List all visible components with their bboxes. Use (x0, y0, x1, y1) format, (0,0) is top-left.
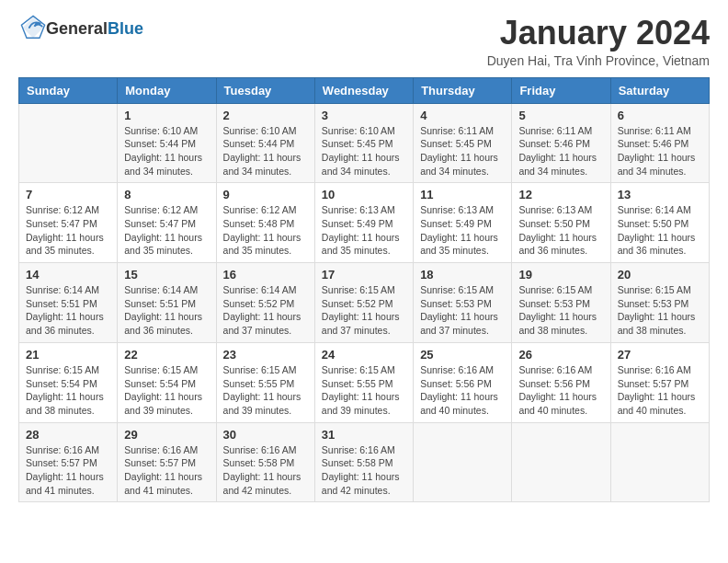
day-number: 9 (223, 188, 308, 201)
calendar-cell: 5Sunrise: 6:11 AM Sunset: 5:46 PM Daylig… (512, 103, 610, 183)
calendar-cell: 11Sunrise: 6:13 AM Sunset: 5:49 PM Dayli… (414, 183, 512, 263)
day-number: 3 (322, 109, 406, 122)
calendar-cell: 21Sunrise: 6:15 AM Sunset: 5:54 PM Dayli… (19, 342, 118, 422)
logo: General Blue (18, 15, 143, 44)
day-number: 29 (124, 428, 209, 442)
day-number: 7 (26, 188, 110, 201)
day-number: 10 (322, 188, 406, 201)
day-number: 5 (518, 109, 603, 122)
calendar-cell (19, 103, 118, 183)
day-info: Sunrise: 6:15 AM Sunset: 5:54 PM Dayligh… (26, 363, 110, 418)
calendar-cell: 26Sunrise: 6:16 AM Sunset: 5:56 PM Dayli… (512, 342, 610, 422)
calendar-cell: 24Sunrise: 6:15 AM Sunset: 5:55 PM Dayli… (314, 342, 413, 422)
calendar-week-3: 14Sunrise: 6:14 AM Sunset: 5:51 PM Dayli… (19, 263, 710, 343)
weekday-header-sunday: Sunday (19, 77, 118, 103)
day-info: Sunrise: 6:10 AM Sunset: 5:44 PM Dayligh… (223, 124, 308, 178)
day-info: Sunrise: 6:15 AM Sunset: 5:54 PM Dayligh… (124, 363, 209, 418)
day-info: Sunrise: 6:11 AM Sunset: 5:46 PM Dayligh… (618, 124, 702, 178)
day-info: Sunrise: 6:16 AM Sunset: 5:58 PM Dayligh… (322, 443, 406, 498)
calendar-cell: 2Sunrise: 6:10 AM Sunset: 5:44 PM Daylig… (216, 103, 314, 183)
calendar-cell: 7Sunrise: 6:12 AM Sunset: 5:47 PM Daylig… (19, 183, 118, 263)
title-block: January 2024 Duyen Hai, Tra Vinh Provinc… (487, 15, 710, 68)
day-info: Sunrise: 6:14 AM Sunset: 5:50 PM Dayligh… (618, 203, 702, 258)
day-number: 21 (26, 348, 110, 362)
calendar-body: 1Sunrise: 6:10 AM Sunset: 5:44 PM Daylig… (19, 103, 710, 502)
calendar-week-5: 28Sunrise: 6:16 AM Sunset: 5:57 PM Dayli… (19, 422, 710, 502)
day-number: 12 (518, 188, 603, 201)
logo-blue-text: Blue (108, 20, 143, 39)
calendar-cell: 23Sunrise: 6:15 AM Sunset: 5:55 PM Dayli… (216, 342, 314, 422)
day-info: Sunrise: 6:16 AM Sunset: 5:56 PM Dayligh… (420, 363, 505, 418)
day-number: 24 (322, 348, 406, 362)
calendar-cell: 28Sunrise: 6:16 AM Sunset: 5:57 PM Dayli… (19, 422, 118, 502)
day-info: Sunrise: 6:15 AM Sunset: 5:53 PM Dayligh… (618, 283, 702, 338)
day-info: Sunrise: 6:16 AM Sunset: 5:57 PM Dayligh… (26, 443, 110, 498)
day-number: 31 (322, 428, 406, 442)
calendar-cell: 20Sunrise: 6:15 AM Sunset: 5:53 PM Dayli… (610, 263, 709, 343)
calendar-week-4: 21Sunrise: 6:15 AM Sunset: 5:54 PM Dayli… (19, 342, 710, 422)
calendar-header: SundayMondayTuesdayWednesdayThursdayFrid… (19, 77, 710, 103)
day-number: 14 (26, 268, 110, 282)
day-info: Sunrise: 6:16 AM Sunset: 5:58 PM Dayligh… (223, 443, 308, 498)
day-info: Sunrise: 6:16 AM Sunset: 5:57 PM Dayligh… (618, 363, 702, 418)
calendar-cell: 16Sunrise: 6:14 AM Sunset: 5:52 PM Dayli… (216, 263, 314, 343)
calendar-cell: 9Sunrise: 6:12 AM Sunset: 5:48 PM Daylig… (216, 183, 314, 263)
logo-icon (20, 15, 46, 40)
day-number: 15 (124, 268, 209, 282)
calendar-cell: 29Sunrise: 6:16 AM Sunset: 5:57 PM Dayli… (118, 422, 216, 502)
day-number: 1 (124, 109, 209, 122)
weekday-row: SundayMondayTuesdayWednesdayThursdayFrid… (19, 77, 710, 103)
calendar-cell: 4Sunrise: 6:11 AM Sunset: 5:45 PM Daylig… (414, 103, 512, 183)
calendar-cell: 25Sunrise: 6:16 AM Sunset: 5:56 PM Dayli… (414, 342, 512, 422)
logo-general-text: General (46, 20, 108, 39)
day-info: Sunrise: 6:16 AM Sunset: 5:57 PM Dayligh… (124, 443, 209, 498)
weekday-header-saturday: Saturday (610, 77, 709, 103)
day-number: 26 (518, 348, 603, 362)
calendar-cell: 30Sunrise: 6:16 AM Sunset: 5:58 PM Dayli… (216, 422, 314, 502)
day-info: Sunrise: 6:11 AM Sunset: 5:45 PM Dayligh… (420, 124, 505, 178)
calendar-cell (512, 422, 610, 502)
day-info: Sunrise: 6:12 AM Sunset: 5:47 PM Dayligh… (124, 203, 209, 258)
calendar-cell (414, 422, 512, 502)
day-number: 17 (322, 268, 406, 282)
weekday-header-tuesday: Tuesday (216, 77, 314, 103)
day-info: Sunrise: 6:14 AM Sunset: 5:51 PM Dayligh… (124, 283, 209, 338)
weekday-header-monday: Monday (118, 77, 216, 103)
day-info: Sunrise: 6:11 AM Sunset: 5:46 PM Dayligh… (518, 124, 603, 178)
day-info: Sunrise: 6:15 AM Sunset: 5:55 PM Dayligh… (223, 363, 308, 418)
day-info: Sunrise: 6:16 AM Sunset: 5:56 PM Dayligh… (518, 363, 603, 418)
calendar-cell: 18Sunrise: 6:15 AM Sunset: 5:53 PM Dayli… (414, 263, 512, 343)
calendar-cell: 8Sunrise: 6:12 AM Sunset: 5:47 PM Daylig… (118, 183, 216, 263)
day-info: Sunrise: 6:10 AM Sunset: 5:45 PM Dayligh… (322, 124, 406, 178)
calendar-week-2: 7Sunrise: 6:12 AM Sunset: 5:47 PM Daylig… (19, 183, 710, 263)
day-info: Sunrise: 6:15 AM Sunset: 5:55 PM Dayligh… (322, 363, 406, 418)
weekday-header-wednesday: Wednesday (314, 77, 413, 103)
calendar-cell: 31Sunrise: 6:16 AM Sunset: 5:58 PM Dayli… (314, 422, 413, 502)
calendar-cell: 17Sunrise: 6:15 AM Sunset: 5:52 PM Dayli… (314, 263, 413, 343)
day-number: 28 (26, 428, 110, 442)
calendar-cell: 15Sunrise: 6:14 AM Sunset: 5:51 PM Dayli… (118, 263, 216, 343)
day-number: 27 (618, 348, 702, 362)
calendar-cell: 12Sunrise: 6:13 AM Sunset: 5:50 PM Dayli… (512, 183, 610, 263)
calendar-cell: 1Sunrise: 6:10 AM Sunset: 5:44 PM Daylig… (118, 103, 216, 183)
calendar-cell: 14Sunrise: 6:14 AM Sunset: 5:51 PM Dayli… (19, 263, 118, 343)
month-title: January 2024 (487, 15, 710, 52)
day-number: 13 (618, 188, 702, 201)
day-number: 23 (223, 348, 308, 362)
day-info: Sunrise: 6:13 AM Sunset: 5:49 PM Dayligh… (322, 203, 406, 258)
calendar-cell: 13Sunrise: 6:14 AM Sunset: 5:50 PM Dayli… (610, 183, 709, 263)
location-subtitle: Duyen Hai, Tra Vinh Province, Vietnam (487, 53, 710, 68)
day-info: Sunrise: 6:15 AM Sunset: 5:53 PM Dayligh… (420, 283, 505, 338)
day-info: Sunrise: 6:14 AM Sunset: 5:51 PM Dayligh… (26, 283, 110, 338)
calendar-cell: 22Sunrise: 6:15 AM Sunset: 5:54 PM Dayli… (118, 342, 216, 422)
day-info: Sunrise: 6:14 AM Sunset: 5:52 PM Dayligh… (223, 283, 308, 338)
calendar-cell (610, 422, 709, 502)
calendar-week-1: 1Sunrise: 6:10 AM Sunset: 5:44 PM Daylig… (19, 103, 710, 183)
day-number: 30 (223, 428, 308, 442)
day-number: 25 (420, 348, 505, 362)
day-number: 16 (223, 268, 308, 282)
day-number: 6 (618, 109, 702, 122)
day-info: Sunrise: 6:15 AM Sunset: 5:52 PM Dayligh… (322, 283, 406, 338)
calendar-table: SundayMondayTuesdayWednesdayThursdayFrid… (18, 77, 710, 503)
day-number: 2 (223, 109, 308, 122)
